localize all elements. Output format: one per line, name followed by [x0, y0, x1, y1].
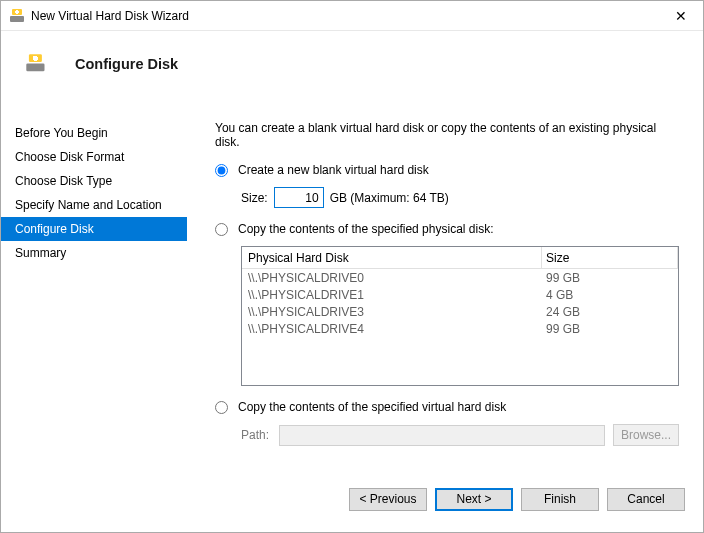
- cell-disk-name: \\.\PHYSICALDRIVE0: [242, 271, 542, 285]
- sidebar-item-choose-disk-format[interactable]: Choose Disk Format: [1, 145, 187, 169]
- path-input: [279, 425, 605, 446]
- radio-create-blank[interactable]: [215, 164, 228, 177]
- radio-copy-virtual[interactable]: [215, 401, 228, 414]
- wizard-steps-sidebar: Before You Begin Choose Disk Format Choo…: [1, 97, 187, 480]
- sidebar-item-before-you-begin[interactable]: Before You Begin: [1, 121, 187, 145]
- table-row[interactable]: \\.\PHYSICALDRIVE0 99 GB: [242, 269, 678, 286]
- path-label: Path:: [241, 428, 271, 442]
- option-create-blank[interactable]: Create a new blank virtual hard disk: [215, 163, 679, 177]
- close-button[interactable]: ✕: [658, 1, 703, 30]
- col-header-size[interactable]: Size: [542, 247, 678, 268]
- cell-disk-name: \\.\PHYSICALDRIVE1: [242, 288, 542, 302]
- wizard-icon: [9, 8, 25, 24]
- sidebar-item-specify-name-and-location[interactable]: Specify Name and Location: [1, 193, 187, 217]
- header-disk-icon: [25, 53, 47, 75]
- option-copy-physical[interactable]: Copy the contents of the specified physi…: [215, 222, 679, 236]
- radio-copy-physical[interactable]: [215, 223, 228, 236]
- cell-disk-size: 99 GB: [542, 271, 678, 285]
- titlebar: New Virtual Hard Disk Wizard ✕: [1, 1, 703, 31]
- cell-disk-name: \\.\PHYSICALDRIVE3: [242, 305, 542, 319]
- wizard-main: You can create a blank virtual hard disk…: [187, 97, 679, 480]
- table-header: Physical Hard Disk Size: [242, 247, 678, 269]
- physical-disk-table[interactable]: Physical Hard Disk Size \\.\PHYSICALDRIV…: [241, 246, 679, 386]
- previous-button[interactable]: < Previous: [349, 488, 427, 511]
- cell-disk-size: 99 GB: [542, 322, 678, 336]
- wizard-window: New Virtual Hard Disk Wizard ✕ Configure…: [0, 0, 704, 533]
- size-suffix: GB (Maximum: 64 TB): [330, 191, 449, 205]
- page-title: Configure Disk: [75, 56, 178, 72]
- sidebar-item-summary[interactable]: Summary: [1, 241, 187, 265]
- physical-disk-table-wrap: Physical Hard Disk Size \\.\PHYSICALDRIV…: [241, 246, 679, 386]
- cell-disk-name: \\.\PHYSICALDRIVE4: [242, 322, 542, 336]
- sidebar-item-configure-disk[interactable]: Configure Disk: [1, 217, 187, 241]
- cancel-button[interactable]: Cancel: [607, 488, 685, 511]
- option-create-blank-label: Create a new blank virtual hard disk: [238, 163, 429, 177]
- size-label: Size:: [241, 191, 268, 205]
- finish-button[interactable]: Finish: [521, 488, 599, 511]
- path-row: Path: Browse...: [241, 424, 679, 446]
- browse-button: Browse...: [613, 424, 679, 446]
- intro-text: You can create a blank virtual hard disk…: [215, 121, 679, 149]
- cell-disk-size: 24 GB: [542, 305, 678, 319]
- wizard-header: Configure Disk: [1, 31, 703, 97]
- next-button[interactable]: Next >: [435, 488, 513, 511]
- wizard-footer: < Previous Next > Finish Cancel: [1, 480, 703, 532]
- table-row[interactable]: \\.\PHYSICALDRIVE3 24 GB: [242, 303, 678, 320]
- sidebar-item-choose-disk-type[interactable]: Choose Disk Type: [1, 169, 187, 193]
- option-copy-virtual[interactable]: Copy the contents of the specified virtu…: [215, 400, 679, 414]
- window-title: New Virtual Hard Disk Wizard: [31, 9, 658, 23]
- table-row[interactable]: \\.\PHYSICALDRIVE1 4 GB: [242, 286, 678, 303]
- option-copy-virtual-label: Copy the contents of the specified virtu…: [238, 400, 506, 414]
- table-row[interactable]: \\.\PHYSICALDRIVE4 99 GB: [242, 320, 678, 337]
- cell-disk-size: 4 GB: [542, 288, 678, 302]
- col-header-name[interactable]: Physical Hard Disk: [242, 247, 542, 268]
- option-copy-physical-label: Copy the contents of the specified physi…: [238, 222, 493, 236]
- wizard-body: Before You Begin Choose Disk Format Choo…: [1, 97, 703, 480]
- size-row: Size: GB (Maximum: 64 TB): [241, 187, 679, 208]
- size-input[interactable]: [274, 187, 324, 208]
